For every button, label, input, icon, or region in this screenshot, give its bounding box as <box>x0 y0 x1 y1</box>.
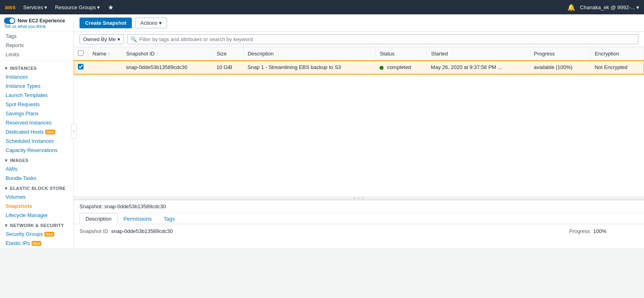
search-input[interactable] <box>139 36 635 42</box>
name-column-header[interactable]: Name ↑ <box>88 47 122 61</box>
snapshot-id-column-header[interactable]: Snapshot ID ↑ <box>122 47 212 61</box>
detail-panel: Snapshot: snap-0dde53b13589cdc30 Descrip… <box>74 200 644 248</box>
sidebar-item-limits[interactable]: Limits <box>0 50 74 59</box>
svg-text:aws: aws <box>5 4 16 10</box>
ec2-experience-toggle[interactable] <box>4 18 15 24</box>
row-checkbox-cell[interactable] <box>74 61 88 74</box>
ec2-experience-label: New EC2 Experience <box>18 18 65 24</box>
create-snapshot-button[interactable]: Create Snapshot <box>80 18 132 28</box>
main-content: Create Snapshot Actions ▾ Owned By Me ▾ … <box>74 14 644 248</box>
images-section-header[interactable]: ▼ IMAGES <box>0 155 74 164</box>
user-account-menu[interactable]: Chanaka_ek @ 9992-... ▾ <box>580 4 639 10</box>
sidebar-item-bundle-tasks[interactable]: Bundle Tasks <box>0 174 74 183</box>
sidebar-item-dedicated-hosts[interactable]: Dedicated Hosts New <box>0 127 74 136</box>
status-cell: completed <box>376 61 427 74</box>
sidebar-item-tags[interactable]: Tags <box>0 32 74 41</box>
actions-button[interactable]: Actions ▾ <box>135 18 167 28</box>
resource-groups-nav[interactable]: Resource Groups ▾ <box>53 4 102 10</box>
snapshots-table-area: Name ↑ Snapshot ID ↑ Siz <box>74 47 644 197</box>
snapshot-id-field-label: Snapshot ID <box>80 228 108 234</box>
started-column-header[interactable]: Started <box>427 47 530 61</box>
snapshot-id-field: Snapshot ID snap-0dde53b13589cdc30 <box>80 228 173 234</box>
progress-column-header[interactable]: Progress <box>530 47 590 61</box>
snapshot-id-cell: snap-0dde53b13589cdc30 <box>122 61 212 74</box>
sidebar-collapse-button[interactable]: ‹ <box>71 124 77 138</box>
snapshot-id-field-value: snap-0dde53b13589cdc30 <box>111 228 173 234</box>
owned-by-dropdown[interactable]: Owned By Me ▾ <box>80 34 124 44</box>
detail-content: Snapshot ID snap-0dde53b13589cdc30 Progr… <box>74 224 644 238</box>
sidebar-item-reserved-instances[interactable]: Reserved Instances <box>0 118 74 127</box>
started-cell: May 26, 2020 at 9:37:56 PM ... <box>427 61 530 74</box>
sidebar-item-capacity-reservations[interactable]: Capacity Reservations <box>0 146 74 155</box>
user-chevron-icon: ▾ <box>636 4 639 10</box>
network-section-header[interactable]: ▼ NETWORK & SECURITY <box>0 220 74 229</box>
sidebar-item-launch-templates[interactable]: Launch Templates <box>0 91 74 100</box>
encryption-column-header[interactable]: Encryption <box>590 47 644 61</box>
tab-description[interactable]: Description <box>80 213 117 224</box>
sidebar-item-security-groups[interactable]: Security Groups New <box>0 229 74 239</box>
select-all-checkbox[interactable] <box>78 50 83 56</box>
status-dot-icon <box>380 66 384 70</box>
name-cell <box>88 61 122 74</box>
new-badge: New <box>44 232 54 237</box>
size-cell: 10 GiB <box>213 61 244 74</box>
new-badge: New <box>32 241 42 246</box>
progress-cell: available (100%) <box>530 61 590 74</box>
sidebar-item-reports[interactable]: Reports <box>0 41 74 50</box>
progress-field-label: Progress <box>569 228 590 234</box>
description-cell: Snap 1 - Streamlining EBS backup to S3 <box>243 61 376 74</box>
toolbar: Create Snapshot Actions ▾ <box>74 14 644 32</box>
resize-handle[interactable]: • • • <box>74 197 644 200</box>
sidebar-item-savings-plans[interactable]: Savings Plans <box>0 109 74 118</box>
top-navigation: aws Services ▾ Resource Groups ▾ ★ 🔔 Cha… <box>0 0 644 14</box>
ec2-experience-sub-link[interactable]: Tell us what you think <box>4 24 70 29</box>
notification-bell-icon[interactable]: 🔔 <box>567 4 575 11</box>
progress-field-value: 100% <box>593 228 606 234</box>
search-box: 🔍 <box>127 34 638 44</box>
sidebar-item-snapshots[interactable]: Snapshots <box>0 201 74 211</box>
row-checkbox[interactable] <box>78 64 83 69</box>
owned-by-chevron-icon: ▾ <box>117 36 120 42</box>
name-sort-icon: ↑ <box>108 51 110 56</box>
resource-groups-chevron-icon: ▾ <box>97 4 100 10</box>
instances-section-header[interactable]: ▼ INSTANCES <box>0 63 74 72</box>
status-column-header[interactable]: Status <box>376 47 427 61</box>
filter-bar: Owned By Me ▾ 🔍 <box>74 32 644 47</box>
sidebar-item-instances[interactable]: Instances <box>0 72 74 81</box>
detail-panel-title: Snapshot: snap-0dde53b13589cdc30 <box>74 200 644 213</box>
tab-tags[interactable]: Tags <box>158 213 181 224</box>
snapshot-id-sort-icon: ↑ <box>156 51 158 56</box>
actions-chevron-icon: ▾ <box>159 20 162 26</box>
sidebar-item-instance-types[interactable]: Instance Types <box>0 81 74 91</box>
sidebar-item-volumes[interactable]: Volumes <box>0 192 74 201</box>
description-column-header[interactable]: Description <box>243 47 376 61</box>
sidebar: New EC2 Experience Tell us what you thin… <box>0 14 74 248</box>
detail-tabs: Description Permissions Tags <box>74 213 644 224</box>
ebs-section-header[interactable]: ▼ ELASTIC BLOCK STORE <box>0 183 74 192</box>
table-row[interactable]: snap-0dde53b13589cdc30 10 GiB Snap 1 - S… <box>74 61 644 74</box>
services-chevron-icon: ▾ <box>44 4 47 10</box>
favorites-icon[interactable]: ★ <box>105 4 116 11</box>
sidebar-item-elastic-ips[interactable]: Elastic IPs New <box>0 239 74 248</box>
tab-permissions[interactable]: Permissions <box>117 213 158 224</box>
encryption-cell: Not Encrypted <box>590 61 644 74</box>
sidebar-item-lifecycle-manager[interactable]: Lifecycle Manager <box>0 211 74 220</box>
new-badge: New <box>45 130 55 134</box>
progress-field: Progress 100% <box>569 228 606 234</box>
snapshots-table: Name ↑ Snapshot ID ↑ Siz <box>74 47 644 74</box>
size-column-header[interactable]: Size <box>213 47 244 61</box>
select-all-column[interactable] <box>74 47 88 61</box>
sidebar-item-scheduled-instances[interactable]: Scheduled Instances <box>0 136 74 146</box>
sidebar-item-amis[interactable]: AMIs <box>0 164 74 174</box>
ec2-experience-section: New EC2 Experience Tell us what you thin… <box>0 14 74 32</box>
search-icon: 🔍 <box>131 36 137 42</box>
sidebar-item-spot-requests[interactable]: Spot Requests <box>0 100 74 109</box>
services-nav[interactable]: Services ▾ <box>21 4 50 10</box>
table-header-row: Name ↑ Snapshot ID ↑ Siz <box>74 47 644 61</box>
aws-logo[interactable]: aws <box>5 3 18 11</box>
